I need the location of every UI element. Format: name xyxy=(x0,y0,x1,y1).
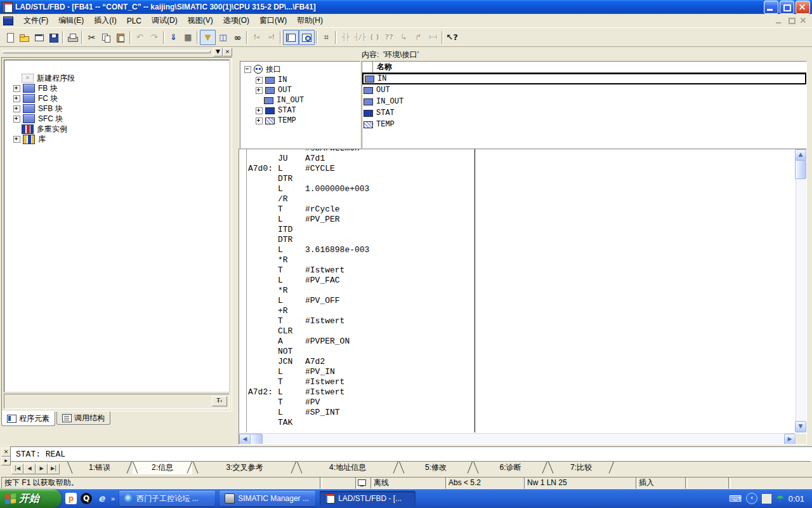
menu-file[interactable]: 文件(F) xyxy=(18,14,53,27)
prev-tab-button[interactable]: ◀ xyxy=(23,464,36,474)
narrow-view-button[interactable]: Ŧ‹ xyxy=(212,396,227,406)
empty-box-icon[interactable]: ?? xyxy=(382,30,396,44)
next-tab-button[interactable]: ▶ xyxy=(36,464,48,474)
antivirus-umbrella-icon[interactable]: ☂ xyxy=(776,493,784,504)
taskbar-clock[interactable]: 0:01 xyxy=(789,494,804,504)
taskbar-task-forum[interactable]: 西门子工控论坛 ... xyxy=(119,491,215,506)
expand-icon[interactable] xyxy=(13,85,20,92)
code-line[interactable]: A7d0:L#CYCLE xyxy=(239,164,785,174)
expand-icon[interactable] xyxy=(256,117,263,124)
contact-no-icon[interactable]: ┤├ xyxy=(338,30,353,44)
restore-button[interactable] xyxy=(780,1,794,14)
output-tab-cross-reference[interactable]: 3:交叉参考 xyxy=(193,462,296,474)
new-network-icon[interactable]: ⌗ xyxy=(319,30,334,44)
stl-code-area[interactable]: =#sbArwLLmOnJUA7d1A7d0:L#CYCLEDTRL1.0000… xyxy=(239,149,796,432)
code-line[interactable]: L#PV_PER xyxy=(239,215,785,225)
code-line[interactable]: JUA7d1 xyxy=(239,154,785,164)
mdi-child-icon[interactable] xyxy=(3,17,13,25)
stl-code-editor[interactable]: =#sbArwLLmOnJUA7d1A7d0:L#CYCLEDTRL1.0000… xyxy=(239,149,807,444)
menu-edit[interactable]: 编辑(E) xyxy=(53,14,89,27)
output-tab-compare[interactable]: 7:比较 xyxy=(548,462,614,474)
tree-item-new-network[interactable]: ⌗ 新建程序段 xyxy=(13,73,75,83)
name-column-header[interactable]: 名称 xyxy=(362,62,806,74)
tab-program-elements[interactable]: 程序元素 xyxy=(1,411,55,426)
tree-item-sfb-blocks[interactable]: SFB 块 xyxy=(13,104,63,114)
code-line[interactable]: T#rCycle xyxy=(239,204,785,215)
next-error-icon[interactable]: »! xyxy=(264,30,278,44)
code-line[interactable]: NOT xyxy=(239,347,785,357)
tree-item-in-out[interactable]: IN_OUT xyxy=(256,95,304,105)
tree-item-stat[interactable]: STAT xyxy=(256,105,296,116)
code-line[interactable]: L#PV_OFF xyxy=(239,296,785,306)
code-line[interactable]: L1.000000e+003 xyxy=(239,184,785,194)
code-line[interactable]: A7d2:L#Istwert xyxy=(239,387,785,398)
overview-toggle-icon[interactable] xyxy=(283,30,299,45)
scroll-up-button[interactable]: ▲ xyxy=(795,149,806,161)
code-line[interactable]: TAK xyxy=(239,418,785,428)
code-line[interactable]: DTR xyxy=(239,174,785,184)
code-line[interactable]: L#PV_IN xyxy=(239,367,785,377)
code-line[interactable]: T#Istwert xyxy=(239,377,785,387)
code-line[interactable]: *R xyxy=(239,255,785,265)
coil-icon[interactable]: ( ) xyxy=(367,30,382,44)
tree-item-in[interactable]: IN xyxy=(256,75,287,85)
code-line[interactable]: *R xyxy=(239,286,785,296)
expand-icon[interactable] xyxy=(13,95,20,102)
keyboard-icon[interactable]: ⌨ xyxy=(729,493,742,504)
menu-view[interactable]: 视图(V) xyxy=(183,14,218,27)
tab-call-structure[interactable]: 调用结构 xyxy=(56,411,110,425)
code-line[interactable]: L#PV_FAC xyxy=(239,276,785,286)
menu-window[interactable]: 窗口(W) xyxy=(254,14,292,27)
help-icon[interactable]: ↖? xyxy=(445,30,459,44)
output-tab-address-info[interactable]: 4:地址信息 xyxy=(297,462,398,474)
code-line[interactable]: A#PVPER_ON xyxy=(239,337,785,347)
last-tab-button[interactable]: ▶| xyxy=(48,464,60,474)
tree-item-out[interactable]: OUT xyxy=(256,85,292,95)
code-line[interactable]: =#sbArwLLmOn xyxy=(239,149,785,154)
vertical-scroll-thumb[interactable] xyxy=(795,160,806,179)
accessible-nodes-icon[interactable]: ▦ xyxy=(181,30,195,44)
comment-column-divider[interactable] xyxy=(475,149,475,432)
tree-item-fc-blocks[interactable]: FC 块 xyxy=(13,93,58,104)
first-tab-button[interactable]: |◀ xyxy=(11,464,23,474)
code-line[interactable]: +R xyxy=(239,306,785,316)
rung-icon[interactable]: ⊢⊣ xyxy=(426,30,440,44)
code-line[interactable]: CLR xyxy=(239,326,785,337)
output-tab-errors[interactable]: 1:错误 xyxy=(67,462,132,474)
code-line[interactable]: T#Istwert xyxy=(239,265,785,276)
contact-nc-icon[interactable]: ┤/├ xyxy=(353,30,367,44)
expand-icon[interactable] xyxy=(13,116,20,123)
ime-icon[interactable] xyxy=(762,494,771,504)
cut-icon[interactable]: ✂ xyxy=(84,30,99,44)
code-line[interactable]: L3.616898e-003 xyxy=(239,245,785,255)
tree-item-library[interactable]: 库 xyxy=(13,134,46,144)
expand-icon[interactable] xyxy=(13,105,20,112)
open-online-icon[interactable] xyxy=(32,30,46,44)
print-icon[interactable] xyxy=(65,30,80,44)
code-line[interactable]: JCNA7d2 xyxy=(239,357,785,367)
save-icon[interactable] xyxy=(46,30,61,44)
expand-icon[interactable] xyxy=(256,77,263,84)
prev-error-icon[interactable]: !« xyxy=(249,30,264,44)
quicklaunch-qq-icon[interactable]: Q xyxy=(81,493,92,504)
code-line[interactable]: ITD xyxy=(239,225,785,235)
vertical-scrollbar[interactable]: ▲ ▼ xyxy=(796,149,806,432)
redo-icon[interactable]: ↷ xyxy=(147,30,162,44)
menu-plc[interactable]: PLC xyxy=(122,15,147,27)
output-close-button[interactable]: × xyxy=(1,448,11,457)
declaration-row-temp[interactable]: TEMP xyxy=(362,119,806,130)
code-line[interactable]: DTR xyxy=(239,235,785,245)
open-branch-icon[interactable]: ↳ xyxy=(396,30,411,44)
code-line[interactable]: L#SP_INT xyxy=(239,408,785,418)
download-icon[interactable]: ⇓ xyxy=(166,30,181,44)
taskbar-task-simatic-manager[interactable]: SIMATIC Manager ... xyxy=(219,491,315,506)
declaration-row-in-out[interactable]: IN_OUT xyxy=(362,96,806,107)
code-line[interactable]: /R xyxy=(239,194,785,204)
tree-item-sfc-blocks[interactable]: SFC 块 xyxy=(13,114,63,124)
tree-item-temp[interactable]: TEMP xyxy=(256,116,296,126)
taskbar-task-lad-stl-fbd[interactable]: LAD/STL/FBD - [... xyxy=(320,491,416,506)
quicklaunch-more-chevron[interactable]: » xyxy=(111,495,115,502)
start-button[interactable]: 开始 xyxy=(0,489,62,508)
copy-icon[interactable] xyxy=(99,30,114,44)
pane-grip[interactable] xyxy=(3,50,211,53)
